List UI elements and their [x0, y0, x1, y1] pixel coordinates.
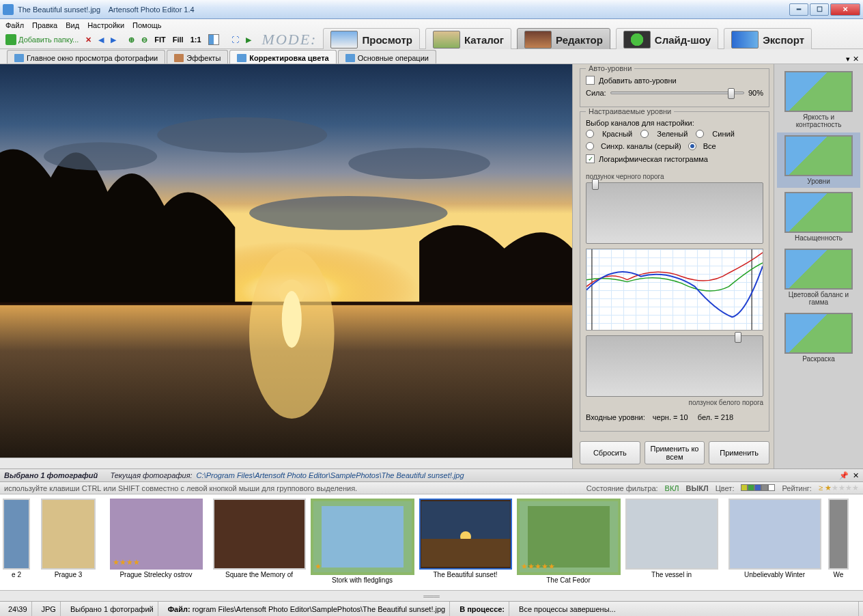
sunset-image — [0, 64, 572, 458]
play-icon: ▶ — [246, 36, 251, 44]
next-button[interactable]: ▶ — [108, 33, 119, 46]
menu-edit[interactable]: Правка — [32, 21, 57, 29]
thumb-item[interactable]: ★Stork with fledglings — [313, 499, 412, 584]
status-count: 24\39 — [4, 602, 32, 616]
levels-icon — [237, 54, 246, 62]
white-slider-label: ползунок белого порога — [586, 399, 763, 406]
fill-button[interactable]: Fill — [170, 33, 186, 46]
histogram — [586, 249, 763, 331]
white-threshold-slider[interactable] — [586, 335, 763, 397]
radio-green[interactable] — [640, 130, 649, 138]
mode-slideshow[interactable]: Слайд-шоу — [616, 28, 718, 51]
effect-saturation[interactable]: Насыщенность — [777, 189, 860, 244]
prev-button[interactable]: ◀ — [96, 33, 107, 46]
play-button[interactable]: ▶ — [243, 33, 254, 46]
close-button[interactable]: ✕ — [830, 3, 860, 16]
reset-button[interactable]: Сбросить — [580, 441, 640, 464]
auto-levels-label: Добавить авто-уровни — [599, 76, 677, 85]
tab-effects[interactable]: Эффекты — [167, 50, 228, 64]
catalog-icon — [433, 31, 460, 48]
filmstrip[interactable]: e 2 Prague 3 ★★★★Prague Strelecky ostrov… — [0, 494, 863, 590]
panel-menu-icon[interactable]: ▾ — [846, 55, 850, 64]
view-icon — [330, 31, 358, 48]
current-photo-label: Текущая фотография: — [110, 471, 192, 479]
effect-color-balance[interactable]: Цветовой баланс и гамма — [777, 246, 860, 309]
thumb-item[interactable]: The vessel in — [622, 499, 721, 578]
subtabs: Главное окно просмотра фотографии Эффект… — [0, 49, 863, 64]
thumb-item[interactable]: Unbelievably Winter — [725, 499, 824, 578]
effect-brightness[interactable]: Яркость и контрастность — [777, 68, 860, 131]
thumb-item[interactable]: Prague 3 — [34, 499, 102, 578]
color-filter[interactable] — [741, 484, 775, 492]
black-value: черн. = 10 — [653, 413, 688, 421]
menu-file[interactable]: Файл — [5, 21, 24, 29]
zoom-out-button[interactable]: ⊖ — [139, 33, 150, 46]
mode-editor[interactable]: Редактор — [517, 28, 610, 51]
status-proc: Все процессы завершены... — [515, 602, 859, 616]
filmstrip-scrollbar[interactable]: ═══ — [0, 590, 863, 601]
menu-help[interactable]: Помощь — [132, 21, 162, 29]
thumb-item[interactable]: We — [828, 499, 849, 578]
mode-export[interactable]: Экспорт — [724, 28, 812, 51]
filter-on[interactable]: ВКЛ — [665, 484, 679, 492]
effect-colorize[interactable]: Раскраска — [777, 310, 860, 365]
black-threshold-slider[interactable] — [586, 182, 763, 244]
image-preview[interactable] — [0, 64, 572, 458]
thumb-item[interactable]: Square the Memory of — [210, 499, 309, 578]
filmstrip-toolbar: используйте клавиши CTRL или SHIFT совме… — [0, 482, 863, 494]
white-value: бел. = 218 — [698, 413, 733, 421]
filmstrip-close-icon[interactable]: ✕ — [853, 471, 859, 480]
radio-red[interactable] — [586, 130, 594, 138]
status-proc-label: В процессе: — [455, 602, 509, 616]
radio-blue[interactable] — [696, 130, 704, 138]
pin-icon[interactable]: 📌 — [839, 471, 849, 480]
delete-button[interactable]: ✕ — [83, 33, 94, 46]
compare-button[interactable] — [206, 33, 222, 46]
strength-slider[interactable] — [610, 92, 744, 94]
status-file: Файл: rogram Files\Artensoft Photo Edito… — [164, 602, 451, 616]
panel-close-icon[interactable]: ✕ — [853, 55, 859, 64]
add-folder-button[interactable]: Добавить папку... — [3, 33, 81, 46]
apply-all-button[interactable]: Применить ко всем — [645, 441, 705, 464]
editor-icon — [524, 31, 552, 48]
thumb-item[interactable]: ★★★★★The Cat Fedor — [519, 499, 618, 584]
effect-levels[interactable]: Уровни — [777, 132, 860, 188]
zoom-in-button[interactable]: ⊕ — [126, 33, 137, 46]
plus-icon: ⊕ — [128, 36, 135, 44]
export-icon — [731, 31, 759, 48]
apply-button[interactable]: Применить — [709, 441, 769, 464]
effects-icon — [174, 54, 184, 62]
mode-catalog[interactable]: Каталог — [425, 28, 511, 51]
actual-size-button[interactable]: 1:1 — [188, 33, 204, 46]
ops-icon — [345, 54, 355, 62]
thumb-item[interactable]: e 2 — [3, 499, 30, 578]
black-slider-label: ползунок черного порога — [586, 173, 763, 180]
menu-settings[interactable]: Настройки — [87, 21, 124, 29]
preview-scrollbar[interactable] — [0, 458, 572, 468]
statusbar: 24\39 JPG Выбрано 1 фотографий Файл: rog… — [0, 601, 863, 616]
menu-view[interactable]: Вид — [66, 21, 79, 29]
thumb-item[interactable]: ★★★★Prague Strelecky ostrov — [107, 499, 206, 578]
log-checkbox[interactable]: ✓ — [586, 154, 595, 163]
status-selected: Выбрано 1 фотографий — [66, 602, 158, 616]
fit-button[interactable]: FIT — [152, 33, 169, 46]
effect-list[interactable]: Яркость и контрастность Уровни Насыщенно… — [774, 64, 863, 468]
maximize-button[interactable]: ☐ — [810, 3, 829, 16]
minimize-button[interactable]: ━ — [789, 3, 808, 16]
rating-filter[interactable]: ≥ ★★★★★ — [819, 484, 859, 492]
tab-basic-ops[interactable]: Основные операции — [338, 50, 436, 64]
filter-off[interactable]: ВЫКЛ — [686, 484, 709, 492]
color-label: Цвет: — [716, 484, 735, 492]
fullscreen-button[interactable]: ⛶ — [229, 33, 242, 46]
thumb-item[interactable]: The Beautiful sunset! — [416, 499, 515, 578]
radio-sync[interactable] — [586, 142, 594, 150]
tab-preview[interactable]: Главное окно просмотра фотографии — [7, 50, 165, 64]
mode-view[interactable]: Просмотр — [323, 28, 419, 51]
auto-levels-checkbox[interactable] — [586, 76, 595, 85]
compare-icon — [208, 34, 219, 45]
tab-color-correction[interactable]: Корректировка цвета — [229, 50, 336, 64]
current-photo-path: C:\Program Files\Artensoft Photo Editor\… — [197, 471, 464, 479]
toolbar-row: Добавить папку... ✕ ◀ ▶ ⊕ ⊖ FIT Fill 1:1… — [0, 31, 863, 48]
radio-all[interactable] — [688, 142, 696, 150]
selected-count: Выбрано 1 фотографий — [4, 471, 98, 479]
